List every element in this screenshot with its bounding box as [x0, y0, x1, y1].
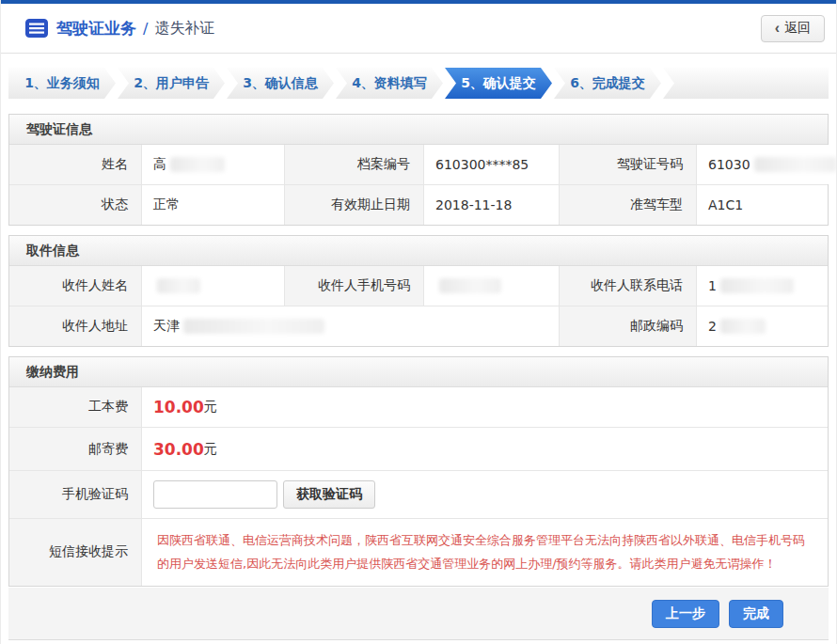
work-fee-value: 10.00元	[141, 387, 828, 427]
chevron-left-icon: ‹	[775, 21, 780, 36]
page-header: 驾驶证业务 / 遗失补证 ‹ 返回	[1, 4, 836, 54]
sms-code-label: 手机验证码	[9, 471, 141, 518]
title-separator: /	[143, 20, 148, 38]
step-1-business-notice[interactable]: 1、业务须知	[8, 68, 116, 99]
license-no-label: 驾驶证号码	[559, 145, 696, 184]
mail-fee-unit: 元	[204, 441, 217, 458]
sms-notice-label: 短信接收提示	[9, 519, 141, 586]
fees-section: 缴纳费用 工本费 10.00元 邮寄费 30.00元 手机验证码 获取验证码 短…	[8, 356, 829, 587]
pickup-info-section: 取件信息 收件人姓名 收件人手机号码 收件人联系电话 1 收件人地址 天津 邮政…	[8, 235, 829, 347]
table-row: 收件人姓名 收件人手机号码 收件人联系电话 1	[9, 266, 828, 306]
recipient-address-label: 收件人地址	[9, 306, 141, 346]
sms-notice-cell: 因陕西省联通、电信运营商技术问题，陕西省互联网交通安全综合服务管理平台无法向持陕…	[141, 519, 828, 586]
table-row: 姓名 高 档案编号 610300****85 驾驶证号码 61030	[9, 145, 828, 184]
license-no-value: 61030	[696, 145, 837, 184]
file-no-label: 档案编号	[284, 145, 423, 184]
vehicle-class-label: 准驾车型	[559, 185, 696, 225]
back-button-label: 返回	[784, 20, 811, 37]
expiry-label: 有效期止日期	[284, 185, 423, 225]
step-2-user-declaration[interactable]: 2、用户申告	[118, 68, 225, 99]
step-wizard: 1、业务须知 2、用户申告 3、确认信息 4、资料填写 5、确认提交 6、完成提…	[8, 68, 829, 99]
redacted-area	[720, 278, 794, 293]
expiry-value: 2018-11-18	[423, 185, 559, 225]
redacted-area	[157, 278, 200, 293]
recipient-name-value	[141, 266, 284, 306]
mail-fee-label: 邮寄费	[9, 428, 141, 470]
redacted-area	[170, 157, 225, 172]
recipient-phone-label: 收件人联系电话	[559, 266, 696, 306]
sms-code-input[interactable]	[153, 480, 277, 509]
work-fee-unit: 元	[204, 399, 217, 416]
mail-fee-amount: 30.00	[153, 440, 204, 459]
license-info-section-title: 驾驶证信息	[9, 115, 828, 145]
back-button[interactable]: ‹ 返回	[761, 15, 825, 42]
step-4-fill-data[interactable]: 4、资料填写	[336, 68, 443, 99]
redacted-area	[754, 157, 837, 172]
mail-fee-value: 30.00元	[141, 428, 828, 470]
status-label: 状态	[9, 185, 141, 225]
name-label: 姓名	[9, 145, 141, 184]
work-fee-amount: 10.00	[153, 398, 204, 416]
recipient-phone-value: 1	[696, 266, 828, 306]
table-row: 收件人地址 天津 邮政编码 2	[9, 306, 828, 346]
page-title: 驾驶证业务	[56, 18, 136, 39]
table-row: 手机验证码 获取验证码	[9, 470, 828, 518]
postal-code-label: 邮政编码	[559, 306, 696, 346]
recipient-name-label: 收件人姓名	[9, 266, 141, 306]
step-3-confirm-info[interactable]: 3、确认信息	[227, 68, 334, 99]
name-value: 高	[141, 145, 284, 184]
table-row: 短信接收提示 因陕西省联通、电信运营商技术问题，陕西省互联网交通安全综合服务管理…	[9, 518, 828, 586]
postal-code-value: 2	[696, 306, 828, 346]
step-6-complete-submit[interactable]: 6、完成提交	[554, 68, 661, 99]
finish-button[interactable]: 完成	[729, 600, 783, 628]
step-bar-filler	[663, 68, 829, 99]
recipient-address-value: 天津	[141, 306, 559, 346]
page-subtitle: 遗失补证	[154, 19, 214, 39]
table-row: 邮寄费 30.00元	[9, 427, 828, 470]
license-info-section: 驾驶证信息 姓名 高 档案编号 610300****85 驾驶证号码 61030…	[8, 114, 829, 226]
list-icon	[25, 19, 48, 38]
file-no-value: 610300****85	[423, 145, 559, 184]
fees-section-title: 缴纳费用	[9, 357, 828, 387]
redacted-area	[720, 319, 766, 334]
sms-code-field-cell: 获取验证码	[141, 471, 828, 518]
vehicle-class-value: A1C1	[696, 185, 828, 225]
status-value: 正常	[141, 185, 284, 225]
step-5-confirm-submit[interactable]: 5、确认提交	[445, 68, 552, 99]
table-row: 状态 正常 有效期止日期 2018-11-18 准驾车型 A1C1	[9, 184, 828, 225]
redacted-area	[183, 319, 324, 334]
footer-action-bar: 上一步 完成	[8, 588, 829, 640]
pickup-info-section-title: 取件信息	[9, 236, 828, 266]
sms-notice-text: 因陕西省联通、电信运营商技术问题，陕西省互联网交通安全综合服务管理平台无法向持陕…	[153, 523, 816, 582]
get-sms-code-button[interactable]: 获取验证码	[283, 480, 375, 509]
recipient-mobile-value	[423, 266, 559, 306]
redacted-area	[439, 278, 501, 293]
previous-step-button[interactable]: 上一步	[652, 600, 719, 628]
table-row: 工本费 10.00元	[9, 387, 828, 427]
work-fee-label: 工本费	[9, 387, 141, 427]
recipient-mobile-label: 收件人手机号码	[284, 266, 423, 306]
